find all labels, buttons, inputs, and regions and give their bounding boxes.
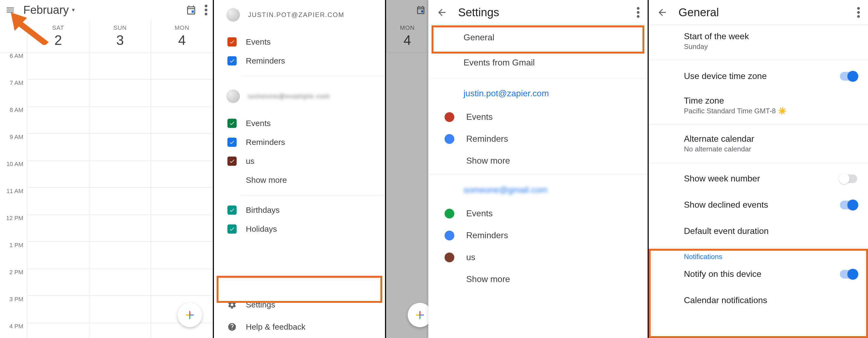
account-email: JUSTIN.POT@ZAPIER.COM: [248, 11, 344, 19]
calendar-label: us: [246, 157, 254, 166]
help-icon: [227, 322, 237, 332]
settings-header: Settings: [428, 0, 648, 25]
checkbox-icon[interactable]: [227, 138, 237, 147]
more-vert-icon[interactable]: [205, 5, 207, 15]
calendar-header: February ▼: [0, 0, 213, 20]
today-icon[interactable]: [186, 5, 196, 15]
setting-use-device-timezone[interactable]: Use device time zone: [649, 63, 868, 89]
calendar-toggle-events[interactable]: Events: [214, 114, 385, 133]
account-email-redacted: someone@example.com: [248, 93, 330, 100]
avatar: [226, 8, 240, 22]
setting-show-declined[interactable]: Show declined events: [649, 192, 868, 218]
svg-rect-14: [421, 314, 424, 315]
more-vert-icon[interactable]: [637, 7, 640, 18]
drawer-settings-item[interactable]: Settings: [214, 294, 385, 316]
month-title[interactable]: February: [23, 3, 69, 16]
day-column[interactable]: SAT 2: [27, 20, 89, 52]
settings-calendar-item[interactable]: us: [428, 246, 648, 268]
toggle-switch[interactable]: [840, 174, 857, 183]
calendar-label: Reminders: [246, 56, 285, 65]
svg-rect-15: [420, 314, 421, 315]
setting-notify-on-device[interactable]: Notify on this device: [649, 261, 868, 287]
toggle-switch[interactable]: [840, 72, 857, 80]
svg-rect-4: [189, 311, 190, 314]
settings-item-gmail-events[interactable]: Events from Gmail: [428, 50, 648, 75]
setting-start-week[interactable]: Start of the week Sunday: [649, 25, 868, 57]
drawer-help-label: Help & feedback: [246, 322, 305, 332]
checkbox-icon[interactable]: [227, 37, 237, 46]
calendar-toggle-reminders[interactable]: Reminders: [214, 133, 385, 152]
calendar-toggle-holidays[interactable]: Holidays: [214, 219, 385, 238]
svg-point-3: [205, 13, 207, 15]
calendar-toggle-us[interactable]: us: [214, 152, 385, 171]
setting-timezone[interactable]: Time zone Pacific Standard Time GMT-8 ☀️: [649, 89, 868, 122]
drawer-help-item[interactable]: Help & feedback: [214, 316, 385, 338]
calendar-toggle-reminders[interactable]: Reminders: [214, 52, 385, 70]
calendar-toggle-birthdays[interactable]: Birthdays: [214, 201, 385, 219]
settings-calendar-item[interactable]: Events: [428, 203, 648, 225]
svg-rect-12: [420, 315, 421, 319]
drawer-account[interactable]: JUSTIN.POT@ZAPIER.COM: [214, 0, 385, 32]
day-date: 4: [178, 32, 186, 48]
setting-calendar-notifications[interactable]: Calendar notifications: [649, 287, 868, 313]
color-dot-icon: [444, 231, 454, 240]
time-label: 9 AM: [0, 134, 27, 161]
create-event-fab[interactable]: [178, 303, 202, 327]
settings-account-header-redacted[interactable]: someone@gmail.com: [428, 177, 648, 203]
plus-icon: [184, 309, 196, 321]
back-arrow-icon[interactable]: [436, 7, 447, 18]
svg-point-18: [637, 15, 640, 18]
general-header: General: [649, 0, 868, 25]
svg-point-16: [637, 7, 640, 10]
day-column[interactable]: SUN 3: [89, 20, 151, 52]
settings-calendar-item[interactable]: Reminders: [428, 128, 648, 150]
svg-rect-13: [416, 314, 420, 315]
checkbox-icon[interactable]: [227, 56, 237, 65]
settings-item-general[interactable]: General: [428, 25, 648, 50]
show-more-button[interactable]: Show more: [428, 268, 648, 290]
setting-default-duration[interactable]: Default event duration: [649, 218, 868, 244]
settings-calendar-item[interactable]: Reminders: [428, 225, 648, 246]
time-label: 4 PM: [0, 323, 27, 338]
calendar-label: Holidays: [246, 225, 277, 234]
general-settings-screen: General Start of the week Sunday Use dev…: [649, 0, 868, 338]
checkbox-icon[interactable]: [227, 119, 237, 128]
calendar-view: February ▼ SAT 2 SUN 3 MON 4 6 AM 7 AM: [0, 0, 213, 338]
svg-point-20: [857, 11, 860, 14]
day-column[interactable]: MON 4: [151, 20, 213, 52]
settings-account-header[interactable]: justin.pot@zapier.com: [428, 81, 648, 106]
day-of-week: SUN: [114, 24, 127, 31]
day-date: 3: [117, 32, 124, 48]
toggle-switch[interactable]: [840, 201, 857, 209]
general-title: General: [679, 6, 719, 19]
settings-calendar-item[interactable]: Events: [428, 106, 648, 128]
setting-alternate-calendar[interactable]: Alternate calendar No alternate calendar: [649, 127, 868, 160]
nav-drawer: JUSTIN.POT@ZAPIER.COM Events Reminders s…: [214, 0, 385, 338]
more-vert-icon[interactable]: [857, 7, 860, 18]
drawer-settings-label: Settings: [246, 300, 275, 309]
calendar-toggle-events[interactable]: Events: [214, 32, 385, 52]
timeline-grid[interactable]: 6 AM 7 AM 8 AM 9 AM 10 AM 11 AM 12 PM 1 …: [0, 53, 213, 338]
day-of-week: MON: [175, 24, 189, 31]
notifications-section-title: Notifications: [649, 250, 868, 261]
chevron-down-icon[interactable]: ▼: [71, 7, 76, 13]
svg-rect-8: [189, 314, 190, 315]
color-dot-icon: [444, 112, 454, 122]
time-label: 6 AM: [0, 53, 27, 79]
show-more-button[interactable]: Show more: [214, 171, 385, 190]
drawer-account-secondary[interactable]: someone@example.com: [214, 81, 385, 114]
checkbox-icon[interactable]: [227, 205, 237, 215]
show-more-button[interactable]: Show more: [428, 150, 648, 172]
back-arrow-icon[interactable]: [657, 7, 668, 18]
svg-point-2: [205, 9, 207, 11]
checkbox-icon[interactable]: [227, 225, 237, 234]
color-dot-icon: [444, 209, 454, 218]
toggle-switch[interactable]: [840, 270, 857, 278]
calendar-label: Birthdays: [246, 205, 280, 215]
checkbox-icon[interactable]: [227, 157, 237, 166]
calendar-label: Events: [246, 119, 271, 128]
hamburger-menu-icon[interactable]: [5, 5, 15, 15]
time-label: 11 AM: [0, 188, 27, 215]
calendar-label: Reminders: [466, 230, 508, 240]
setting-show-week-number[interactable]: Show week number: [649, 166, 868, 192]
